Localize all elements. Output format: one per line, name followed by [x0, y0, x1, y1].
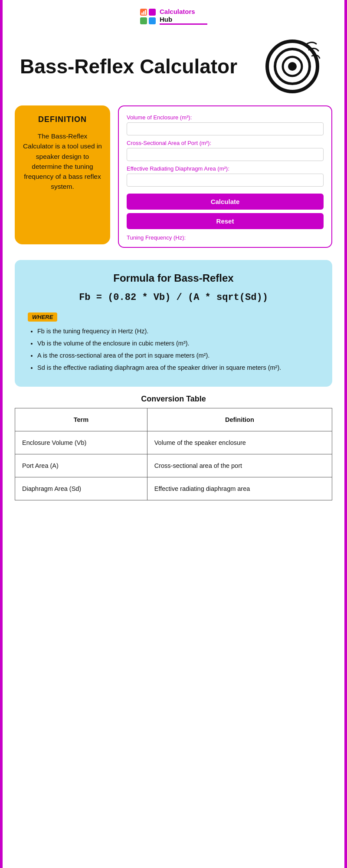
formula-section: Formula for Bass-Reflex Fb = (0.82 * Vb)… [15, 260, 332, 387]
row3-definition: Effective radiating diaphragm area [147, 477, 332, 500]
col-term-header: Term [15, 408, 147, 431]
cross-sectional-area-input[interactable] [127, 148, 324, 161]
row3-term: Diaphragm Area (Sd) [15, 477, 147, 500]
table-row: Diaphragm Area (Sd) Effective radiating … [15, 477, 332, 500]
formula-item-fb: Fb is the tuning frequency in Hertz (Hz)… [37, 327, 319, 336]
table-header-row: Term Definition [15, 408, 332, 431]
svg-rect-6 [145, 10, 146, 15]
definition-text: The Bass-Reflex Calculator is a tool use… [23, 131, 102, 192]
field3-label: Effective Radiating Diaphragm Area (m²): [127, 165, 324, 172]
conversion-title: Conversion Table [15, 395, 332, 404]
where-badge: WHERE [28, 312, 57, 322]
logo-name: Calculators Hub [160, 8, 207, 23]
formula-item-vb: Vb is the volume of the enclosure in cub… [37, 339, 319, 348]
field2-label: Cross-Sectional Area of Port (m²): [127, 140, 324, 146]
formula-list: Fb is the tuning frequency in Hertz (Hz)… [28, 327, 319, 372]
speaker-image [258, 36, 327, 97]
definition-card: DEFINITION The Bass-Reflex Calculator is… [15, 105, 110, 244]
page-title: Bass-Reflex Calculator [20, 56, 253, 78]
svg-rect-3 [149, 17, 156, 24]
svg-rect-5 [143, 11, 144, 15]
svg-point-10 [288, 62, 297, 71]
formula-equation: Fb = (0.82 * Vb) / (A * sqrt(Sd)) [28, 292, 319, 303]
svg-rect-1 [149, 9, 156, 16]
formula-title: Formula for Bass-Reflex [28, 272, 319, 284]
row2-definition: Cross-sectional area of the port [147, 454, 332, 477]
row1-term: Enclosure Volume (Vb) [15, 431, 147, 454]
cards-row: DEFINITION The Bass-Reflex Calculator is… [3, 101, 344, 256]
field1-label: Volume of Enclosure (m³): [127, 114, 324, 121]
conversion-table: Term Definition Enclosure Volume (Vb) Vo… [15, 408, 332, 500]
svg-rect-4 [141, 13, 143, 15]
col-definition-header: Definition [147, 408, 332, 431]
reset-button[interactable]: Reset [127, 213, 324, 229]
diaphragm-area-input[interactable] [127, 174, 324, 187]
speaker-svg [262, 36, 323, 97]
formula-item-a: A is the cross-sectional area of the por… [37, 351, 319, 360]
table-row: Port Area (A) Cross-sectional area of th… [15, 454, 332, 477]
svg-rect-2 [140, 17, 147, 24]
row1-definition: Volume of the speaker enclosure [147, 431, 332, 454]
result-label: Tuning Frequency (Hz): [127, 234, 324, 241]
volume-enclosure-input[interactable] [127, 122, 324, 135]
calculator-card: Volume of Enclosure (m³): Cross-Sectiona… [118, 105, 332, 248]
hero-section: Bass-Reflex Calculator [3, 28, 344, 101]
formula-item-sd: Sd is the effective radiating diaphragm … [37, 363, 319, 372]
header: Calculators Hub [3, 0, 344, 28]
conversion-section: Conversion Table Term Definition Enclosu… [3, 395, 344, 513]
row2-term: Port Area (A) [15, 454, 147, 477]
definition-title: DEFINITION [38, 115, 87, 124]
table-row: Enclosure Volume (Vb) Volume of the spea… [15, 431, 332, 454]
logo-icon [140, 8, 156, 25]
logo-underline [160, 23, 207, 25]
calculate-button[interactable]: Calculate [127, 194, 324, 210]
logo-area: Calculators Hub [140, 8, 207, 25]
